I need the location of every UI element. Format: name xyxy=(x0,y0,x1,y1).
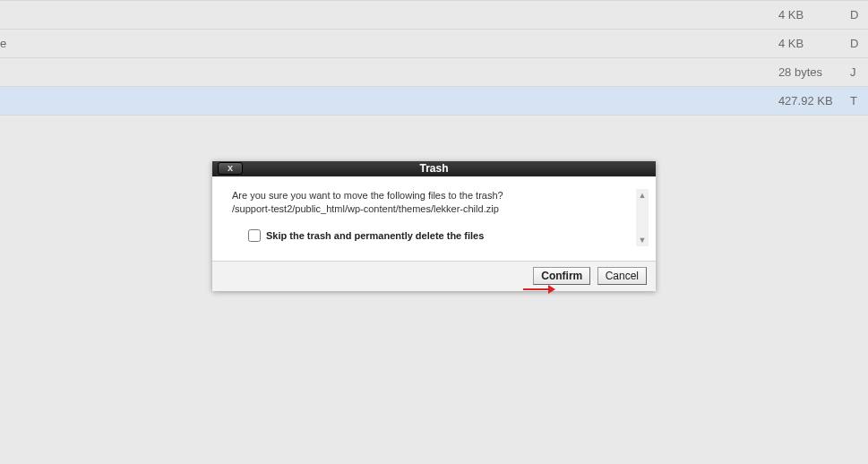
dialog-header: x Trash xyxy=(212,161,656,176)
file-size-cell: 4 KB xyxy=(769,30,850,58)
skip-trash-label: Skip the trash and permanently delete th… xyxy=(266,230,484,241)
dialog-scrollbar[interactable]: ▲ ▼ xyxy=(636,189,649,246)
table-row[interactable]: e4 KBD xyxy=(0,30,868,58)
file-name-cell xyxy=(0,1,769,30)
dialog-body: Are you sure you want to move the follow… xyxy=(212,176,656,261)
close-button[interactable]: x xyxy=(218,162,243,175)
file-type-cell: T xyxy=(850,87,868,116)
trash-dialog: x Trash Are you sure you want to move th… xyxy=(212,161,656,291)
table-row[interactable]: 4 KBD xyxy=(0,1,868,30)
cancel-button[interactable]: Cancel xyxy=(597,267,647,285)
file-type-cell: J xyxy=(850,58,868,87)
scroll-up-icon[interactable]: ▲ xyxy=(636,189,649,202)
file-table: 4 KBDe4 KBD28 bytesJ427.92 KBT xyxy=(0,0,868,116)
file-size-cell: 28 bytes xyxy=(769,58,850,87)
skip-trash-row: Skip the trash and permanently delete th… xyxy=(232,227,636,245)
file-type-cell: D xyxy=(850,30,868,58)
skip-trash-checkbox[interactable] xyxy=(248,229,261,242)
dialog-footer: Confirm Cancel xyxy=(212,261,656,291)
file-type-cell: D xyxy=(850,1,868,30)
file-name-cell xyxy=(0,87,769,116)
file-size-cell: 4 KB xyxy=(769,1,850,30)
scroll-down-icon[interactable]: ▼ xyxy=(636,234,649,246)
file-name-cell: e xyxy=(0,30,769,58)
dialog-file-path: /support-test2/public_html/wp-content/th… xyxy=(232,202,636,216)
dialog-prompt: Are you sure you want to move the follow… xyxy=(232,189,636,202)
dialog-title: Trash xyxy=(419,162,448,175)
file-name-cell xyxy=(0,58,769,87)
table-row[interactable]: 28 bytesJ xyxy=(0,58,868,87)
file-size-cell: 427.92 KB xyxy=(769,87,850,116)
confirm-button[interactable]: Confirm xyxy=(533,267,590,285)
table-row[interactable]: 427.92 KBT xyxy=(0,87,868,116)
